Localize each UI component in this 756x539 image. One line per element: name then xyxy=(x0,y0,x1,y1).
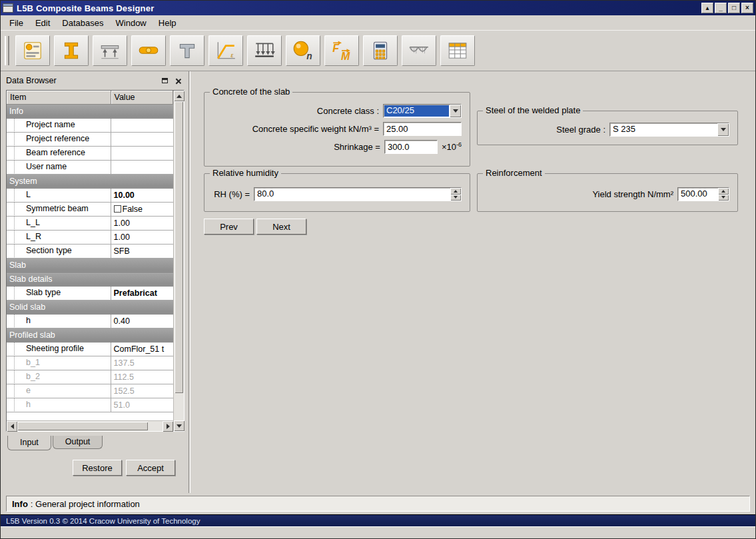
spin-up-icon[interactable] xyxy=(450,188,461,195)
menu-item-databases[interactable]: Databases xyxy=(56,17,109,29)
table-row[interactable]: User name xyxy=(7,160,173,174)
table-row[interactable]: Project reference xyxy=(7,132,173,146)
window-frame-bottom xyxy=(1,526,755,538)
coefficient-n-button[interactable]: n xyxy=(286,35,320,66)
table-row[interactable]: L_R1.00 xyxy=(7,230,173,244)
minimize-button[interactable]: _ xyxy=(715,3,727,13)
accept-button[interactable]: Accept xyxy=(126,460,175,476)
vertical-scrollbar[interactable] xyxy=(173,91,184,431)
spin-up-icon[interactable] xyxy=(718,188,729,195)
table-row[interactable]: b_1137.5 xyxy=(7,356,173,370)
horizontal-scrollbar[interactable] xyxy=(7,420,173,431)
scroll-down-button[interactable] xyxy=(174,420,185,431)
chevron-down-icon[interactable] xyxy=(717,123,729,136)
table-row[interactable]: h51.0 xyxy=(7,398,173,412)
group-reinforcement: Reinforcement Yield strength N/mm² 500.0… xyxy=(477,173,738,212)
table-row[interactable]: L_L1.00 xyxy=(7,216,173,230)
vertical-scroll-thumb[interactable] xyxy=(175,101,183,393)
specific-weight-label: Concrete specific weight kN/m³ = xyxy=(204,124,383,134)
table-row[interactable]: L10.00 xyxy=(7,188,173,202)
specific-weight-input[interactable] xyxy=(383,122,462,136)
moment-diagram-button[interactable] xyxy=(402,35,436,66)
restore-button[interactable]: Restore xyxy=(73,460,122,476)
table-section-row[interactable]: Solid slab xyxy=(7,300,173,314)
calculator-icon xyxy=(369,39,392,62)
table-row[interactable]: Project name xyxy=(7,118,173,132)
toolbar-handle[interactable] xyxy=(5,36,9,65)
steel-grade-select[interactable]: S 235 xyxy=(609,123,729,137)
calculator-button[interactable] xyxy=(363,35,398,66)
table-section-row[interactable]: System xyxy=(7,174,173,188)
close-button[interactable]: × xyxy=(741,3,753,13)
tee-section-icon xyxy=(176,39,198,62)
table-row[interactable]: Section typeSFB xyxy=(7,244,173,258)
table-row[interactable]: Slab typePrefabricat xyxy=(7,286,173,300)
table-section-row[interactable]: Profiled slab xyxy=(7,328,173,342)
maximize-button[interactable]: □ xyxy=(728,3,740,13)
column-header-item[interactable]: Item xyxy=(7,91,111,104)
results-table-button[interactable] xyxy=(440,35,475,66)
concrete-class-value: C20/25 xyxy=(384,105,449,117)
menu-item-window[interactable]: Window xyxy=(110,17,153,29)
main-area: Data Browser Item Value InfoProject name… xyxy=(1,71,755,493)
yield-strength-spinbox[interactable]: 500.00 xyxy=(677,187,729,201)
table-row[interactable]: h0.40 xyxy=(7,314,173,328)
yield-strength-label: Yield strength N/mm² xyxy=(478,189,677,199)
table-row[interactable]: Beam reference xyxy=(7,146,173,160)
concrete-class-label: Concrete class : xyxy=(204,106,383,116)
slab-section-icon xyxy=(137,39,160,62)
titlebar[interactable]: L5B Composite Beams Designer ▴_□× xyxy=(1,1,755,15)
toolbar: ε n xyxy=(1,30,755,71)
loads-button[interactable] xyxy=(247,35,282,66)
data-browser-header: Data Browser xyxy=(1,74,189,87)
data-browser-panel: Data Browser Item Value InfoProject name… xyxy=(1,71,189,493)
material-curve-button[interactable]: ε xyxy=(208,35,243,66)
menu-item-file[interactable]: File xyxy=(3,17,29,29)
scroll-up-button[interactable] xyxy=(174,91,185,101)
table-row[interactable]: Symmetric beamFalse xyxy=(7,202,173,216)
table-row[interactable]: b_2112.5 xyxy=(7,370,173,384)
prev-button[interactable]: Prev xyxy=(204,219,254,235)
tab-input[interactable]: Input xyxy=(7,436,51,450)
chevron-down-icon[interactable] xyxy=(450,105,461,117)
column-header-value[interactable]: Value xyxy=(111,91,173,104)
coefficient-n-icon: n xyxy=(292,39,314,62)
table-section-row[interactable]: Info xyxy=(7,104,173,118)
scroll-left-button[interactable] xyxy=(7,421,17,432)
project-info-button[interactable] xyxy=(15,35,50,66)
steel-section-button[interactable] xyxy=(54,35,89,66)
shade-button[interactable]: ▴ xyxy=(701,3,713,13)
rh-spinbox[interactable]: 80.0 xyxy=(254,187,462,201)
group-steel: Steel of the welded plate Steel grade : … xyxy=(477,111,738,145)
shrinkage-label: Shrinkage = xyxy=(204,142,384,152)
shrinkage-input[interactable] xyxy=(384,140,438,154)
close-panel-button[interactable] xyxy=(173,76,183,85)
spin-down-icon[interactable] xyxy=(718,195,729,201)
table-viewport: Item Value InfoProject nameProject refer… xyxy=(7,91,173,420)
info-panel: Info : General project information xyxy=(6,496,750,512)
spin-down-icon[interactable] xyxy=(450,195,461,201)
next-button[interactable]: Next xyxy=(256,219,306,235)
menu-item-help[interactable]: Help xyxy=(153,17,183,29)
slab-section-button[interactable] xyxy=(131,35,166,66)
internal-forces-button[interactable]: F M xyxy=(324,35,359,66)
statusbar: L5B Version 0.3 © 2014 Cracow University… xyxy=(1,514,755,526)
table-section-row[interactable]: Slab xyxy=(7,258,173,272)
concrete-class-select[interactable]: C20/25 xyxy=(383,104,462,118)
main-content: Concrete of the slab Concrete class : C2… xyxy=(190,71,755,493)
scroll-right-button[interactable] xyxy=(163,421,173,432)
tee-section-button[interactable] xyxy=(170,35,204,66)
table-row[interactable]: e152.5 xyxy=(7,384,173,398)
group-concrete: Concrete of the slab Concrete class : C2… xyxy=(204,92,470,167)
table-section-row[interactable]: Slab details xyxy=(7,272,173,286)
material-curve-icon: ε xyxy=(214,39,237,62)
group-reinforcement-title: Reinforcement xyxy=(483,168,545,178)
symmetric-beam-checkbox[interactable] xyxy=(114,205,121,213)
beam-supports-button[interactable] xyxy=(93,35,127,66)
tab-output[interactable]: Output xyxy=(53,436,103,449)
app-icon[interactable] xyxy=(3,3,13,13)
horizontal-scroll-thumb[interactable] xyxy=(17,422,148,430)
float-panel-button[interactable] xyxy=(159,76,170,85)
table-row[interactable]: Sheeting profileComFlor_51 t xyxy=(7,342,173,356)
menu-item-edit[interactable]: Edit xyxy=(29,17,56,29)
